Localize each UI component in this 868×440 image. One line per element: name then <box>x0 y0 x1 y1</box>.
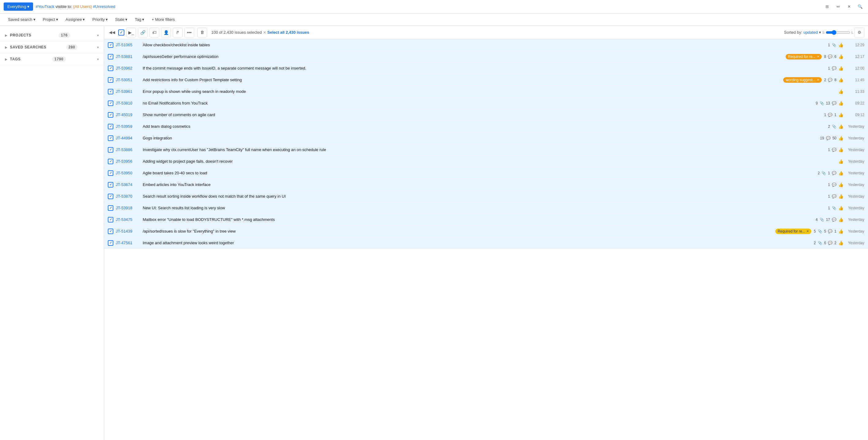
everything-button[interactable]: Everything ▾ <box>4 2 33 11</box>
select-all-link[interactable]: Select all 2,430 issues <box>268 30 309 35</box>
move-btn[interactable]: ↱ <box>173 28 183 37</box>
link-btn[interactable]: 🔗 <box>138 28 148 37</box>
projects-section-header[interactable]: ▶ PROJECTS 176 ▾ <box>0 29 104 41</box>
issue-id[interactable]: JT-53918 <box>116 206 140 210</box>
issue-title[interactable]: New UI: Search results list loading is v… <box>143 206 826 210</box>
thumbs-up-btn[interactable]: 👍 <box>838 136 843 141</box>
state-filter-btn[interactable]: State ▾ <box>112 16 130 23</box>
priority-filter-btn[interactable]: Priority ▾ <box>89 16 111 23</box>
tag-btn[interactable]: 🏷 <box>150 28 159 37</box>
thumbs-up-btn[interactable]: 👍 <box>838 42 843 48</box>
issue-title[interactable]: no Email Notifications from YouTrack <box>143 101 813 106</box>
issue-title[interactable]: Allow checkbox/checklist inside tables <box>143 42 826 47</box>
column-settings-btn[interactable]: ⚙ <box>855 28 864 37</box>
thumbs-up-btn[interactable]: 👍 <box>838 206 843 210</box>
issue-id[interactable]: JT-53961 <box>116 89 140 94</box>
issue-checkbox[interactable] <box>108 240 113 246</box>
filter-view-icon-btn[interactable]: ⇔ <box>834 2 842 11</box>
tag-remove-btn[interactable]: ✕ <box>817 78 819 82</box>
search-icon-btn[interactable]: 🔍 <box>856 2 864 11</box>
issue-checkbox[interactable] <box>108 159 113 164</box>
tag-remove-btn[interactable]: ✕ <box>806 230 809 233</box>
issue-title[interactable]: Error popup is shown while using search … <box>143 89 836 94</box>
issue-checkbox[interactable] <box>108 217 113 223</box>
issue-id[interactable]: JT-47561 <box>116 240 140 245</box>
thumbs-up-btn[interactable]: 👍 <box>838 54 843 59</box>
issue-title[interactable]: Investigate why ctx.currentUser has "Jet… <box>143 147 826 152</box>
thumbs-up-btn[interactable]: 👍 <box>838 217 843 222</box>
run-command-btn[interactable]: ▶_ <box>126 28 136 37</box>
issue-id[interactable]: JT-51439 <box>116 229 140 233</box>
deselect-btn[interactable]: ✕ <box>263 30 266 35</box>
issue-checkbox[interactable] <box>108 89 113 94</box>
issue-checkbox[interactable] <box>108 194 113 199</box>
issue-title[interactable]: Mailbox error "Unable to load BODYSTRUCT… <box>143 217 813 222</box>
sorted-by-value[interactable]: updated <box>803 30 818 35</box>
issue-checkbox[interactable] <box>108 170 113 176</box>
issue-checkbox[interactable] <box>108 65 113 71</box>
delete-btn[interactable]: 🗑 <box>197 28 207 37</box>
thumbs-up-btn[interactable]: 👍 <box>838 147 843 152</box>
issue-checkbox[interactable] <box>108 100 113 106</box>
more-actions-btn[interactable]: ••• <box>184 28 194 37</box>
issue-title[interactable]: Gogs integration <box>143 136 817 140</box>
issue-id[interactable]: JT-53950 <box>116 171 140 175</box>
select-all-checkbox[interactable] <box>118 29 124 35</box>
issue-checkbox[interactable] <box>108 124 113 129</box>
issue-title[interactable]: Search result sorting inside workflow do… <box>143 194 826 199</box>
issue-tag[interactable]: Required for re... ✕ <box>785 54 822 59</box>
thumbs-up-btn[interactable]: 👍 <box>838 194 843 199</box>
issue-title[interactable]: Image and attachment preview looks weird… <box>143 240 811 245</box>
issue-title[interactable]: Agile board takes 20-40 secs to load <box>143 171 815 175</box>
thumbs-up-btn[interactable]: 👍 <box>838 182 843 187</box>
issue-id[interactable]: JT-44994 <box>116 136 140 140</box>
issue-title[interactable]: /api/issuesGetter performance optimizati… <box>143 54 783 59</box>
issue-checkbox[interactable] <box>108 136 113 141</box>
tags-section-header[interactable]: ▶ TAGS 1790 ▾ <box>0 53 104 65</box>
issue-checkbox[interactable] <box>108 205 113 211</box>
issue-title[interactable]: Embed articles into YouTrack interface <box>143 182 826 187</box>
project-filter-btn[interactable]: Project ▾ <box>40 16 61 23</box>
density-slider[interactable] <box>826 30 850 35</box>
tag-remove-btn[interactable]: ✕ <box>817 55 819 58</box>
issue-id[interactable]: JT-53881 <box>116 54 140 59</box>
collapse-sidebar-btn[interactable]: ◀◀ <box>108 29 116 36</box>
thumbs-up-btn[interactable]: 👍 <box>838 240 843 245</box>
assign-btn[interactable]: 👤 <box>161 28 171 37</box>
thumbs-up-btn[interactable]: 👍 <box>838 159 843 164</box>
thumbs-up-btn[interactable]: 👍 <box>838 124 843 129</box>
issue-id[interactable]: JT-53674 <box>116 182 140 187</box>
saved-searches-section-header[interactable]: ▶ SAVED SEARCHES 280 ▾ <box>0 41 104 53</box>
issue-checkbox[interactable] <box>108 182 113 187</box>
issue-id[interactable]: JT-45019 <box>116 113 140 117</box>
issue-id[interactable]: JT-53962 <box>116 66 140 70</box>
thumbs-up-btn[interactable]: 👍 <box>838 113 843 117</box>
issue-id[interactable]: JT-53051 <box>116 78 140 82</box>
saved-search-filter-btn[interactable]: Saved search ▾ <box>5 16 39 23</box>
thumbs-up-btn[interactable]: 👍 <box>838 66 843 71</box>
issue-tag[interactable]: wording suggest... ✕ <box>783 77 822 83</box>
issue-id[interactable]: JT-53959 <box>116 124 140 129</box>
issue-checkbox[interactable] <box>108 54 113 59</box>
issue-id[interactable]: JT-53956 <box>116 159 140 164</box>
issue-title[interactable]: Add team dialog cosmetics <box>143 124 826 129</box>
issue-checkbox[interactable] <box>108 147 113 153</box>
bookmark-icon-btn[interactable]: ⊞ <box>823 2 831 11</box>
thumbs-up-btn[interactable]: 👍 <box>838 78 843 82</box>
thumbs-up-btn[interactable]: 👍 <box>838 229 843 234</box>
issue-id[interactable]: JT-53475 <box>116 217 140 222</box>
close-icon-btn[interactable]: ✕ <box>845 2 853 11</box>
thumbs-up-btn[interactable]: 👍 <box>838 171 843 176</box>
issue-id[interactable]: JT-53870 <box>116 194 140 199</box>
thumbs-up-btn[interactable]: 👍 <box>838 89 843 94</box>
issue-checkbox[interactable] <box>108 112 113 118</box>
issue-checkbox[interactable] <box>108 229 113 234</box>
issue-title[interactable]: Add restrictions info for Custom Project… <box>143 78 781 82</box>
thumbs-up-btn[interactable]: 👍 <box>838 101 843 106</box>
issue-checkbox[interactable] <box>108 77 113 83</box>
issue-id[interactable]: JT-53886 <box>116 147 140 152</box>
issue-title[interactable]: Show number of comments on agile card <box>143 113 822 117</box>
issue-tag[interactable]: Required for re... ✕ <box>775 229 811 234</box>
issue-title[interactable]: /api/sortedIssues is slow for "Everythin… <box>143 229 773 233</box>
assignee-filter-btn[interactable]: Assignee ▾ <box>62 16 88 23</box>
